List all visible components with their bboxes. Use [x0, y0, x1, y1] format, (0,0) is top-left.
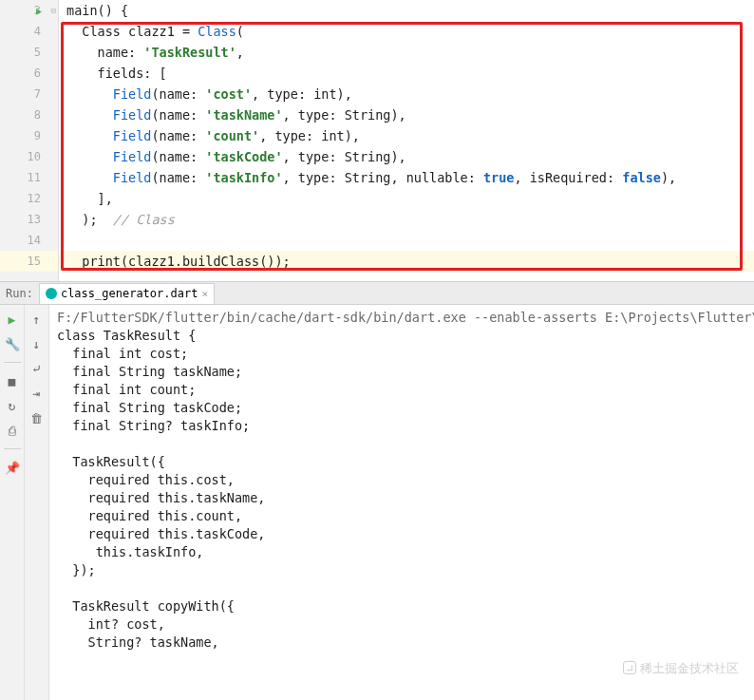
- wrench-icon[interactable]: 🔧: [4, 335, 21, 352]
- gutter-line: 5: [0, 42, 58, 63]
- gutter: ▶ 3 ⊟ 4 5 6 7 8 9 10 11 12 13 14 15: [0, 0, 59, 281]
- console-line: final String taskCode;: [57, 400, 242, 415]
- line-number: 14: [28, 234, 41, 247]
- fold-icon[interactable]: ⊟: [51, 6, 56, 15]
- code-line[interactable]: Field(name: 'count', type: int),: [59, 125, 754, 146]
- restart-icon[interactable]: ↻: [4, 397, 21, 414]
- line-number: 13: [28, 213, 41, 226]
- line-number: 9: [34, 129, 41, 142]
- run-toolbar-primary: ▶ 🔧 ■ ↻ ⎙ 📌: [0, 305, 25, 700]
- code-line[interactable]: [59, 230, 754, 251]
- line-number: 4: [34, 25, 41, 38]
- gutter-line: ▶ 3 ⊟: [0, 0, 58, 21]
- console-output[interactable]: F:/FlutterSDK/flutter/bin/cache/dart-sdk…: [49, 305, 754, 700]
- console-line: required this.cost,: [57, 472, 235, 487]
- code-line[interactable]: print(clazz1.buildClass());: [59, 251, 754, 272]
- code-line[interactable]: ],: [59, 188, 754, 209]
- code-line[interactable]: ); // Class: [59, 209, 754, 230]
- code-line[interactable]: Field(name: 'taskCode', type: String),: [59, 146, 754, 167]
- line-number: 11: [28, 171, 41, 184]
- line-number: 12: [28, 192, 41, 205]
- print-icon[interactable]: ⎙: [4, 422, 21, 439]
- console-line: TaskResult({: [57, 454, 165, 469]
- gutter-line: 11: [0, 167, 58, 188]
- console-line: required this.count,: [57, 508, 242, 523]
- down-icon[interactable]: ↓: [28, 335, 46, 352]
- console-line: final String taskName;: [57, 364, 242, 379]
- gutter-line: 13: [0, 209, 58, 230]
- code-line[interactable]: Field(name: 'taskName', type: String),: [59, 104, 754, 125]
- console-line: TaskResult copyWith({: [57, 598, 235, 614]
- trash-icon[interactable]: 🗑: [28, 409, 46, 426]
- run-tab[interactable]: class_generator.dart ×: [39, 283, 215, 304]
- line-number: 5: [34, 46, 41, 59]
- gutter-line: 14: [0, 230, 58, 251]
- line-number: 8: [34, 108, 41, 122]
- line-number: 10: [28, 150, 41, 163]
- gutter-line: 6: [0, 63, 58, 84]
- console-line: required this.taskName,: [57, 490, 265, 505]
- console-command: F:/FlutterSDK/flutter/bin/cache/dart-sdk…: [57, 310, 754, 325]
- code-line[interactable]: Field(name: 'taskInfo', type: String, nu…: [59, 167, 754, 188]
- gutter-line: 15: [0, 251, 58, 272]
- stop-icon[interactable]: ■: [4, 372, 21, 389]
- console-line: this.taskInfo,: [57, 544, 203, 559]
- close-icon[interactable]: ×: [201, 288, 208, 300]
- code-editor[interactable]: ▶ 3 ⊟ 4 5 6 7 8 9 10 11 12 13 14 15 main…: [0, 0, 754, 281]
- pin-icon[interactable]: 📌: [4, 459, 21, 476]
- up-icon[interactable]: ↑: [28, 311, 46, 328]
- code-area[interactable]: main() { Class clazz1 = Class( name: 'Ta…: [59, 0, 754, 281]
- code-line[interactable]: main() {: [59, 0, 754, 21]
- gutter-line: 10: [0, 146, 58, 167]
- code-line[interactable]: name: 'TaskResult',: [59, 42, 754, 63]
- line-number: 15: [28, 255, 41, 268]
- console-line: final String? taskInfo;: [57, 418, 250, 433]
- code-line[interactable]: fields: [: [59, 63, 754, 84]
- separator: [4, 362, 21, 363]
- console-line: final int count;: [57, 382, 196, 397]
- console-line: });: [57, 562, 96, 577]
- run-panel: Run: class_generator.dart × ▶ 🔧 ■ ↻ ⎙ 📌 …: [0, 281, 754, 700]
- console-line: final int cost;: [57, 346, 188, 361]
- console-line: required this.taskCode,: [57, 526, 265, 541]
- line-number: 7: [34, 87, 41, 101]
- gutter-line: 8: [0, 104, 58, 125]
- watermark-icon: [623, 661, 636, 674]
- code-line[interactable]: Field(name: 'cost', type: int),: [59, 84, 754, 104]
- console-line: int? cost,: [57, 616, 165, 632]
- run-panel-label: Run:: [6, 287, 39, 300]
- console-line: class TaskResult {: [57, 328, 196, 343]
- console-line: String? taskName,: [57, 634, 219, 650]
- play-icon[interactable]: ▶: [4, 311, 21, 328]
- code-line[interactable]: Class clazz1 = Class(: [59, 21, 754, 42]
- run-toolbar-secondary: ↑ ↓ ⤶ ⇥ 🗑: [25, 305, 49, 700]
- gutter-line: 4: [0, 21, 58, 42]
- scroll-icon[interactable]: ⇥: [28, 385, 46, 402]
- watermark-text: 稀土掘金技术社区: [640, 661, 739, 675]
- wrap-icon[interactable]: ⤶: [28, 360, 46, 377]
- run-gutter-icon[interactable]: ▶: [36, 6, 42, 16]
- dart-icon: [46, 288, 57, 299]
- gutter-line: 9: [0, 125, 58, 146]
- gutter-line: 7: [0, 84, 58, 104]
- run-tabs: Run: class_generator.dart ×: [0, 282, 754, 305]
- run-tab-name: class_generator.dart: [61, 287, 198, 300]
- gutter-line: 12: [0, 188, 58, 209]
- line-number: 6: [34, 66, 41, 80]
- watermark: 稀土掘金技术社区: [623, 660, 739, 677]
- run-body: ▶ 🔧 ■ ↻ ⎙ 📌 ↑ ↓ ⤶ ⇥ 🗑 F:/FlutterSDK/flut…: [0, 305, 754, 700]
- separator: [4, 448, 21, 449]
